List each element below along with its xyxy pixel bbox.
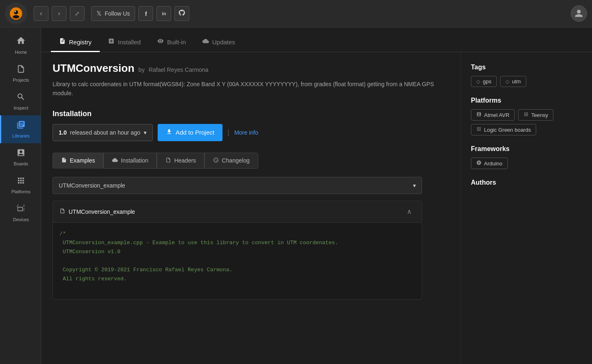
facebook-button[interactable]: f <box>138 6 153 21</box>
sub-tabs-bar: Examples Installation <box>53 153 449 169</box>
nav-back-button[interactable]: ‹ <box>34 6 48 21</box>
installation-row: 1.0 released about an hour ago ▾ Add to … <box>53 124 449 141</box>
sub-tab-examples[interactable]: Examples <box>53 153 103 169</box>
code-collapse-button[interactable]: ∧ <box>404 206 415 217</box>
code-line-copyright: Copyright © 2019-2021 Francisco Rafael R… <box>60 267 232 282</box>
library-name: UTMConversion <box>53 62 134 75</box>
sub-tab-headers-label: Headers <box>174 157 196 164</box>
platform-logic-green-label: Logic Green boards <box>484 127 531 133</box>
sidebar-item-devices-label: Devices <box>13 217 29 222</box>
user-avatar[interactable] <box>571 5 587 22</box>
add-to-project-button[interactable]: Add to Project <box>158 124 223 141</box>
platform-atmel-label: Atmel AVR <box>484 112 509 118</box>
frameworks-heading: Frameworks <box>471 145 582 153</box>
code-section-title-text: UTMConversion_example <box>69 208 135 215</box>
tab-builtin-label: Built-in <box>167 39 186 46</box>
sidebar-item-devices[interactable]: Devices <box>0 199 41 227</box>
inspect-icon <box>16 92 25 104</box>
chevron-left-icon: ‹ <box>40 10 42 17</box>
installed-tab-icon <box>108 38 115 46</box>
nav-forward-button[interactable]: › <box>52 6 67 21</box>
sidebar-item-projects[interactable]: Projects <box>0 60 41 87</box>
github-icon <box>178 9 186 18</box>
library-title-row: UTMConversion by Rafael Reyes Carmona <box>53 62 449 75</box>
sidebar-item-inspect[interactable]: Inspect <box>0 87 41 115</box>
installation-tab-icon <box>112 157 118 164</box>
linkedin-button[interactable]: in <box>156 6 171 21</box>
topbar: ‹ › ⤢ 𝕏 Follow Us f in <box>0 0 592 27</box>
more-info-link[interactable]: More info <box>234 129 258 136</box>
example-dropdown[interactable]: UTMConversion_example ▾ <box>53 177 422 194</box>
tab-builtin[interactable]: Built-in <box>149 33 194 52</box>
facebook-icon: f <box>145 10 147 17</box>
home-icon <box>16 36 26 48</box>
tag-chip-gps: ◇ gps <box>471 76 497 87</box>
sidebar-item-boards[interactable]: Boards <box>0 143 41 171</box>
tag-utm-icon: ◇ <box>505 78 509 85</box>
sub-tab-changelog-label: Changelog <box>222 157 250 164</box>
library-author-prefix: by <box>138 66 145 73</box>
download-icon <box>166 128 172 136</box>
sidebar-item-libraries[interactable]: Libraries <box>0 115 41 143</box>
library-description: Library to calc coordenates in UTM forma… <box>53 80 449 98</box>
version-number: 1.0 <box>59 129 67 136</box>
platform-chip-atmel: Atmel AVR <box>471 109 515 121</box>
sub-tab-changelog[interactable]: Changelog <box>204 153 258 169</box>
tab-updates-label: Updates <box>212 39 235 46</box>
tag-utm-label: utm <box>512 78 521 85</box>
devices-icon <box>16 204 25 215</box>
expand-button[interactable]: ⤢ <box>70 6 85 21</box>
updates-tab-icon <box>202 38 209 46</box>
sidebar-item-platforms-label: Platforms <box>11 189 30 194</box>
version-text: released about an hour ago <box>70 129 140 136</box>
chevron-down-icon: ▾ <box>144 129 147 136</box>
installation-heading: Installation <box>53 110 449 118</box>
main-layout: Home Projects Inspect <box>0 27 592 364</box>
sidebar: Home Projects Inspect <box>0 27 41 364</box>
code-section-header: UTMConversion_example ∧ <box>53 201 422 223</box>
sidebar-item-boards-label: Boards <box>14 161 28 166</box>
sub-tab-installation-label: Installation <box>121 157 148 164</box>
follow-us-button[interactable]: 𝕏 Follow Us <box>91 6 135 21</box>
boards-icon <box>16 148 25 160</box>
expand-icon: ⤢ <box>75 10 80 17</box>
platform-chip-teensy: Teensy <box>518 109 553 121</box>
authors-heading: Authors <box>471 179 582 186</box>
tab-updates[interactable]: Updates <box>194 33 243 52</box>
example-selected: UTMConversion_example <box>59 182 125 189</box>
tabs-bar: Registry Installed Built-in <box>41 27 592 52</box>
framework-chips: Arduino <box>471 158 582 169</box>
sidebar-item-home-label: Home <box>15 50 27 55</box>
svg-point-2 <box>14 11 16 12</box>
svg-point-1 <box>14 10 18 14</box>
builtin-tab-icon <box>157 38 164 46</box>
github-button[interactable] <box>174 6 189 21</box>
teensy-platform-icon <box>523 112 529 118</box>
tag-gps-label: gps <box>483 78 491 85</box>
main-content: UTMConversion by Rafael Reyes Carmona Li… <box>41 52 592 364</box>
tab-registry-label: Registry <box>69 39 92 46</box>
sub-tab-examples-label: Examples <box>70 157 95 164</box>
tags-heading: Tags <box>471 64 582 71</box>
tab-registry[interactable]: Registry <box>51 33 100 52</box>
twitter-icon: 𝕏 <box>96 10 101 17</box>
sub-tab-headers[interactable]: Headers <box>157 153 204 169</box>
content-area: Registry Installed Built-in <box>41 27 592 364</box>
linkedin-icon: in <box>162 11 166 16</box>
sidebar-item-platforms[interactable]: Platforms <box>0 171 41 199</box>
version-selector-button[interactable]: 1.0 released about an hour ago ▾ <box>53 124 153 141</box>
right-panel: Tags ◇ gps ◇ utm Platforms <box>461 52 592 364</box>
platforms-heading: Platforms <box>471 97 582 104</box>
tab-installed[interactable]: Installed <box>100 33 149 52</box>
sidebar-item-inspect-label: Inspect <box>14 105 28 110</box>
sub-tab-installation[interactable]: Installation <box>103 153 157 169</box>
examples-tab-icon <box>61 157 67 164</box>
sidebar-item-home[interactable]: Home <box>0 31 41 60</box>
sidebar-item-projects-label: Projects <box>13 78 29 82</box>
sidebar-item-libraries-label: Libraries <box>12 133 30 138</box>
app-logo <box>5 2 27 25</box>
libraries-icon <box>16 120 25 132</box>
logic-green-platform-icon <box>476 126 482 133</box>
tab-installed-label: Installed <box>118 39 141 46</box>
dropdown-chevron-icon: ▾ <box>413 182 416 189</box>
